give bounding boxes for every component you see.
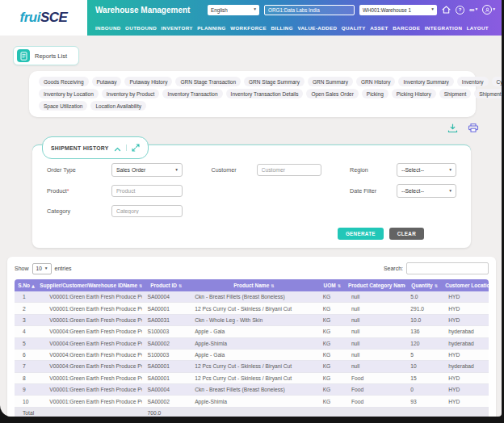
column-header-quantity[interactable]: Quantity⇅ xyxy=(405,279,443,291)
cell-quantity: 291.0 xyxy=(405,303,443,314)
go-menu-icon[interactable]: ∞ ▾ xyxy=(469,6,477,14)
column-header-supplier-customer-warehouse-idname[interactable]: Supplier/Customer/Warehouse IDName⇅ xyxy=(38,279,142,291)
nav-layout[interactable]: LAYOUT xyxy=(467,25,489,31)
report-tab-putaway[interactable]: Putaway xyxy=(92,77,122,86)
table-row: 8V00001:Green Earth Fresh Produce Pvt. L… xyxy=(15,372,489,383)
user-avatar-icon[interactable]: ▾ xyxy=(482,5,495,15)
report-tab-putaway-history[interactable]: Putaway History xyxy=(124,77,172,86)
search-label: Search: xyxy=(384,266,403,271)
total-value: 700.0 xyxy=(142,407,190,417)
nav-outbound[interactable]: OUTBOUND xyxy=(125,25,157,31)
filter-actions: GENERATE CLEAR xyxy=(45,228,458,240)
cell-supplier: V00004:Green Earth Fresh Produce Pvt. Lt… xyxy=(38,349,142,360)
cell-product_id: S100003 xyxy=(142,326,190,337)
column-header-customer-location[interactable]: Customer Location⇅ xyxy=(443,279,489,291)
cell-quantity: 0 xyxy=(405,384,443,396)
page-size-select[interactable]: 10 ▾ xyxy=(32,263,52,274)
order-type-select[interactable]: Sales Order ▾ xyxy=(111,163,183,177)
date-filter-label: Date Filter xyxy=(350,187,397,195)
sort-icon: ⇅ xyxy=(271,283,274,288)
report-tab-grn-summary[interactable]: GRN Summary xyxy=(308,77,353,86)
print-icon[interactable] xyxy=(468,122,479,136)
org-input[interactable] xyxy=(264,5,355,15)
table-row: 4V00004:Green Earth Fresh Produce Pvt. L… xyxy=(15,326,489,337)
report-tab-grn-stage-transaction[interactable]: GRN Stage Transaction xyxy=(175,77,241,86)
help-icon[interactable]: ? xyxy=(456,6,464,15)
cell-quantity: 136 xyxy=(405,326,443,337)
date-filter-select[interactable]: --Select-- ▾ xyxy=(397,184,456,198)
shipment-history-table: S.No▲Supplier/Customer/Warehouse IDName⇅… xyxy=(15,279,489,417)
report-tab-grn-stage-summary[interactable]: GRN Stage Summary xyxy=(244,77,304,86)
cell-product_id: S100003 xyxy=(142,349,190,360)
cell-supplier: V00004:Green Earth Fresh Produce Pvt. Lt… xyxy=(38,337,142,349)
nav-asset[interactable]: ASSET xyxy=(370,25,388,31)
app-window: fruiSCE Warehouse Management English ▾ W… xyxy=(0,0,502,417)
report-tab-goods-receiving[interactable]: Goods Receiving xyxy=(39,77,89,86)
cell-product_id: SA00004 xyxy=(142,384,190,396)
column-header-product-name[interactable]: Product Name⇅ xyxy=(190,279,318,291)
order-type-label: Order Type xyxy=(47,166,111,174)
nav-inventory[interactable]: INVENTORY xyxy=(161,25,192,31)
nav-barcode[interactable]: BARCODE xyxy=(393,25,420,31)
cell-category: null xyxy=(346,361,405,372)
cell-product_name: Apple-Shimla xyxy=(190,337,318,349)
report-tab-inventory-by-location[interactable]: Inventory by Location xyxy=(39,89,99,98)
report-tab-inventory[interactable]: Inventory xyxy=(457,77,489,86)
cell-location: hyderabad xyxy=(443,361,489,372)
report-tab-picking-history[interactable]: Picking History xyxy=(392,89,436,98)
column-header-product-id[interactable]: Product ID⇅ xyxy=(142,279,190,291)
report-tab-grn-history[interactable]: GRN History xyxy=(356,77,395,86)
download-icon[interactable] xyxy=(447,122,458,136)
chevron-down-icon: ▾ xyxy=(475,7,477,12)
pill-divider xyxy=(126,144,127,151)
report-tab-inventory-summary[interactable]: Inventory Summary xyxy=(398,77,453,86)
nav-integration[interactable]: INTEGRATION xyxy=(425,25,463,31)
expand-arrows-icon[interactable] xyxy=(132,140,140,155)
header-gradient-bar: Warehouse Management English ▾ WH001:War… xyxy=(87,0,502,36)
report-tab-space-utilization[interactable]: Space Utilization xyxy=(39,101,87,111)
search-input[interactable] xyxy=(406,262,489,274)
customer-input[interactable] xyxy=(257,164,321,176)
table-row: 5V00004:Green Earth Fresh Produce Pvt. L… xyxy=(15,337,489,349)
nav-billing[interactable]: BILLING xyxy=(271,25,293,31)
nav-quality[interactable]: QUALITY xyxy=(342,25,366,31)
report-tab-open-sales-order[interactable]: Open Sales Order xyxy=(306,89,358,98)
reports-list-button[interactable]: Reports List xyxy=(13,46,79,65)
nav-workforce[interactable]: WORKFORCE xyxy=(230,25,267,31)
language-select[interactable]: English ▾ xyxy=(208,5,259,15)
column-header-uom[interactable]: UOM⇅ xyxy=(318,279,346,291)
generate-button[interactable]: GENERATE xyxy=(338,228,384,240)
nav-inbound[interactable]: INBOUND xyxy=(95,25,121,31)
report-tab-cycle-counting[interactable]: Cycle Counting xyxy=(492,77,502,86)
cell-category: null xyxy=(346,326,405,337)
region-value: --Select-- xyxy=(401,167,424,173)
warehouse-select[interactable]: WH001:Warehouse 1 ▾ xyxy=(359,5,437,15)
report-tab-location-availability[interactable]: Location Availability xyxy=(90,101,146,111)
search-control: Search: xyxy=(384,262,489,274)
sort-icon: ⇅ xyxy=(338,283,341,288)
report-tab-inventory-by-product[interactable]: Inventory by Product xyxy=(102,89,160,98)
cell-sno: 7 xyxy=(15,361,38,372)
category-input[interactable] xyxy=(111,205,183,217)
question-mark-glyph: ? xyxy=(456,6,464,15)
nav-value-added[interactable]: VALUE-ADDED xyxy=(297,25,337,31)
report-tab-shipment-order[interactable]: Shipment Order xyxy=(474,89,502,98)
report-tabs-row: Goods ReceivingPutawayPutaway HistoryGRN… xyxy=(37,76,468,87)
nav-planning[interactable]: PLANNING xyxy=(197,25,226,31)
product-input[interactable] xyxy=(111,185,183,197)
report-tab-shipment[interactable]: Shipment xyxy=(439,89,471,98)
filter-panel: SHIPMENT HISTORY Order Type Sales Order … xyxy=(32,144,471,248)
column-header-s-no[interactable]: S.No▲ xyxy=(15,279,38,291)
report-tab-inventory-transaction-details[interactable]: Inventory Transaction Details xyxy=(226,89,304,98)
collapse-chevron-icon[interactable] xyxy=(114,140,121,155)
header-top-row: Warehouse Management English ▾ WH001:War… xyxy=(87,0,502,19)
region-select[interactable]: --Select-- ▾ xyxy=(397,163,456,177)
table-header-row: S.No▲Supplier/Customer/Warehouse IDName⇅… xyxy=(15,279,489,291)
table-body: 1V00001:Green Earth Fresh Produce Pvt. L… xyxy=(15,291,489,407)
clear-button[interactable]: CLEAR xyxy=(389,228,424,240)
cell-supplier: V00001:Green Earth Fresh Produce Pvt. Lt… xyxy=(38,314,142,325)
column-header-product-category-name[interactable]: Product Category Name⇅ xyxy=(346,279,405,291)
home-icon[interactable] xyxy=(442,6,451,14)
report-tab-inventory-transaction[interactable]: Inventory Transaction xyxy=(162,89,222,98)
report-tab-picking[interactable]: Picking xyxy=(362,89,388,98)
